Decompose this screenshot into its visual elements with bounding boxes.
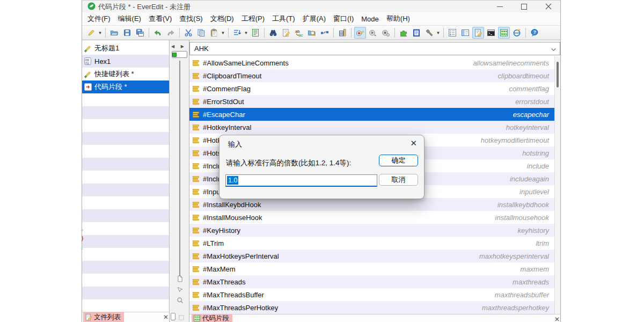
document-button[interactable] (411, 27, 422, 39)
snippet-row[interactable]: #InstallKeybdHookinstallkeybdhook (189, 198, 554, 211)
sidebar-empty-row (82, 274, 169, 287)
menu-item-5[interactable]: 工程(P) (238, 12, 268, 25)
snippet-panel-close-icon[interactable]: ✕ (553, 316, 561, 322)
find-button[interactable] (267, 27, 279, 39)
line-sort-button[interactable] (231, 27, 243, 39)
paste-button[interactable] (208, 27, 220, 39)
stop-macro-button[interactable] (380, 27, 392, 39)
snippet-panel-tabbar: 代码片段 ✕ (189, 314, 560, 322)
snippet-row[interactable]: #KeyHistorykeyhistory (189, 224, 554, 237)
help-button[interactable]: ? (529, 27, 540, 39)
page-icon[interactable] (177, 275, 184, 282)
magnifier-icon[interactable] (177, 297, 184, 304)
tab-file-list[interactable]: 文件列表 (83, 312, 124, 322)
editor-panel-button[interactable] (472, 27, 484, 39)
side-panel-button[interactable] (459, 27, 471, 39)
menu-item-3[interactable]: 查找(S) (175, 12, 206, 25)
browser-button[interactable] (511, 27, 523, 39)
snippet-row[interactable]: #CommentFlagcommentflag (189, 82, 554, 95)
snippet-row[interactable]: #MaxHotkeysPerIntervalmaxhotkeysperinter… (189, 250, 554, 262)
snippet-row[interactable]: #LTrimltrim (189, 237, 554, 250)
menu-item-8[interactable]: 窗口(I) (330, 12, 357, 25)
menu-item-4[interactable]: 文档(D) (207, 12, 238, 25)
title-bar: 代码片段 * - EverEdit - 未注册 (82, 1, 560, 12)
replace-in-files-button[interactable]: abac (293, 27, 305, 39)
menu-item-10[interactable]: 帮助(H) (383, 12, 414, 25)
scroll-left-icon[interactable]: ◀ (171, 44, 174, 49)
snippet-row[interactable]: #HotkeyIntervalhotkeyinterval (189, 121, 554, 134)
save-all-button[interactable] (134, 27, 146, 39)
sidebar-item-3[interactable]: 快捷键列表 * (82, 68, 169, 80)
snippet-name: #HotkeyInterval (203, 123, 506, 131)
ok-button[interactable]: 确定 (379, 155, 418, 166)
hex-view-button[interactable] (336, 27, 348, 39)
snippet-icon (192, 85, 200, 93)
dotted-selection-icon[interactable] (178, 313, 185, 320)
sidebar-item-1[interactable]: 无标题1 (82, 42, 169, 55)
toolbar-separator (149, 28, 149, 38)
snippet-row[interactable]: #InstallMouseHookinstallmousehook (189, 211, 554, 224)
line-sort-dropdown-icon[interactable]: ▼ (244, 27, 248, 39)
snippet-icon (192, 98, 200, 106)
sidebar-item-label: 快捷键列表 * (94, 69, 134, 79)
maximize-button[interactable] (512, 1, 536, 12)
save-button[interactable] (121, 27, 133, 39)
copy-button[interactable] (195, 27, 207, 39)
cut-button[interactable] (182, 27, 194, 39)
open-file-button[interactable] (108, 27, 120, 39)
new-file-button[interactable] (85, 27, 97, 39)
scroll-right-icon[interactable]: ▶ (181, 44, 184, 49)
snippet-row[interactable]: #MaxThreadsPerHotkeymaxthreadsperhotkey (189, 301, 554, 314)
console-panel-button[interactable] (485, 27, 497, 39)
snippet-panel-button[interactable] (498, 27, 510, 39)
compare-button[interactable] (319, 27, 331, 39)
minimize-button[interactable] (488, 1, 512, 12)
file-list-close-icon[interactable]: ✕ (162, 313, 170, 321)
scrollbar-thumb[interactable] (557, 62, 559, 87)
play-macro-button[interactable] (367, 27, 379, 39)
tools-dropdown-icon[interactable]: ▼ (436, 27, 441, 39)
paste-dropdown-icon[interactable]: ▼ (221, 27, 225, 39)
snippet-row[interactable]: #ErrorStdOuterrorstdout (189, 95, 554, 108)
snippet-row[interactable]: #AllowSameLineCommentsallowsamelinecomme… (189, 56, 554, 69)
menu-item-9[interactable]: Mode (357, 13, 383, 25)
sidebar-item-4[interactable]: 代码片段 * (82, 80, 169, 93)
menu-item-2[interactable]: 查看(V) (145, 12, 175, 25)
menu-bar: 文件(F)编辑(E)查看(V)查找(S)文档(D)工程(P)工具(T)扩展(A)… (82, 12, 560, 26)
snippet-row[interactable]: #EscapeCharescapechar (189, 108, 554, 121)
undo-button[interactable] (152, 27, 164, 39)
snippet-row[interactable]: #ClipboardTimeoutclipboardtimeout (189, 69, 554, 82)
snippet-name: #CommentFlag (203, 85, 509, 93)
tools-button[interactable] (423, 27, 435, 39)
record-macro-button[interactable] (354, 27, 366, 39)
snippet-icon (192, 278, 200, 286)
pointer-icon[interactable] (177, 286, 184, 293)
snippet-row[interactable]: #MaxThreadsBuffermaxthreadsbuffer (189, 288, 554, 301)
find-in-files-button[interactable] (306, 27, 318, 39)
strip-slider[interactable] (171, 313, 175, 320)
replace-button[interactable] (280, 27, 292, 39)
symbol-list-button[interactable] (250, 27, 261, 39)
new-file-dropdown-icon[interactable]: ▼ (98, 27, 103, 39)
snippet-list-scrollbar[interactable] (554, 56, 560, 314)
snippet-icon (192, 291, 200, 299)
toolbar-separator (443, 28, 444, 38)
menu-item-6[interactable]: 工具(T) (268, 12, 299, 25)
redo-button[interactable] (165, 27, 177, 39)
snippet-row[interactable]: #MaxMemmaxmem (189, 262, 554, 275)
outline-panel-button[interactable] (447, 27, 458, 39)
menu-item-1[interactable]: 编辑(E) (114, 12, 145, 25)
toolbar-separator (351, 28, 352, 38)
snippet-group-combobox[interactable]: AHK (189, 42, 560, 55)
close-button[interactable] (536, 1, 560, 12)
dialog-close-icon[interactable]: ✕ (410, 138, 417, 148)
menu-item-7[interactable]: 扩展(A) (299, 12, 330, 25)
cancel-button[interactable]: 取消 (379, 174, 418, 186)
sidebar-item-2[interactable]: EBF0Hex1 (82, 55, 169, 68)
plugins-button[interactable] (398, 27, 409, 39)
snippet-row[interactable]: #MaxThreadsmaxthreads (189, 275, 554, 288)
dialog-title: 输入 (228, 140, 242, 149)
menu-item-0[interactable]: 文件(F) (84, 12, 114, 25)
tab-snippet[interactable]: 代码片段 (192, 314, 232, 322)
line-height-input[interactable]: 1.0 (225, 174, 377, 187)
